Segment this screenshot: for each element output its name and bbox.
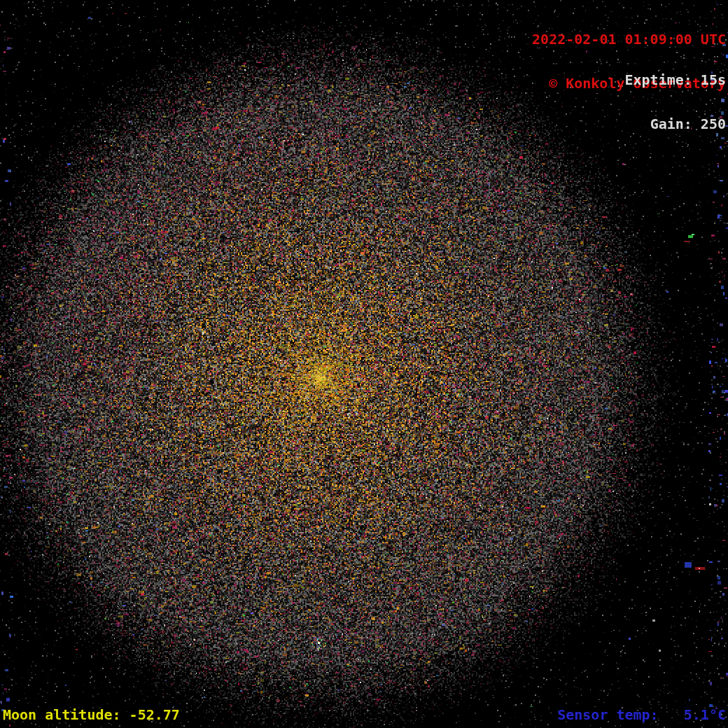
sensor-temp-text: Sensor temp: 5.1°C	[557, 708, 726, 722]
astro-telemetry-block: Moon altitude: -52.77 Sun altitude: -48.…	[3, 678, 180, 728]
gain-text: Gain: 250	[625, 117, 727, 132]
exptime-text: Exptime: 15s	[625, 73, 727, 88]
moon-altitude-text: Moon altitude: -52.77	[3, 708, 180, 722]
allsky-camera-monitor: 2022-02-01 01:09:00 UTC © Konkoly Observ…	[0, 0, 728, 728]
environment-telemetry-block: Sensor temp: 5.1°C Humidity: 88.2 % Temp…	[557, 678, 726, 728]
camera-settings-block: Exptime: 15s Gain: 250	[625, 43, 727, 161]
